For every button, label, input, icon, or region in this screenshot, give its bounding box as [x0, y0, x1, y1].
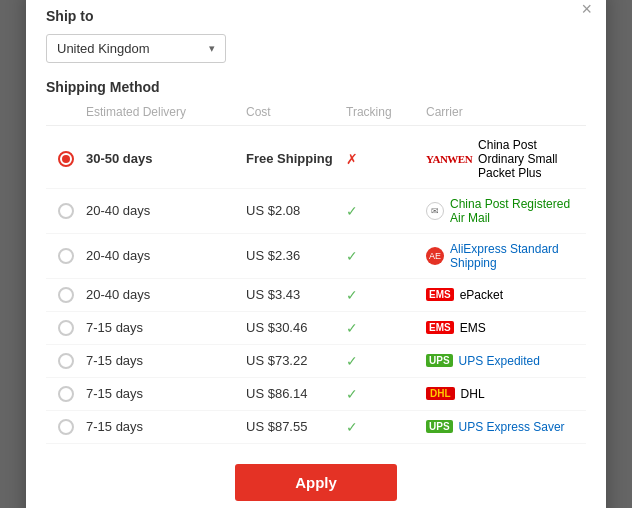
cost-col: US $2.36	[246, 248, 346, 263]
radio-button[interactable]	[58, 287, 74, 303]
carrier-logo-icon: UPS	[426, 420, 453, 433]
carrier-col: UPSUPS Express Saver	[426, 420, 586, 434]
delivery-col: 7-15 days	[86, 320, 246, 335]
table-row[interactable]: 7-15 daysUS $73.22✓UPSUPS Expedited	[46, 345, 586, 378]
carrier-col: EMSEMS	[426, 321, 586, 335]
tracking-col: ✓	[346, 287, 426, 303]
delivery-col: 7-15 days	[86, 419, 246, 434]
delivery-col: 7-15 days	[86, 353, 246, 368]
header-delivery: Estimated Delivery	[86, 105, 246, 119]
carrier-col: EMSePacket	[426, 288, 586, 302]
cost-col: US $30.46	[246, 320, 346, 335]
carrier-col: AEAliExpress Standard Shipping	[426, 242, 586, 270]
carrier-name: DHL	[461, 387, 485, 401]
carrier-logo-icon: ✉	[426, 202, 444, 220]
checkmark-icon: ✓	[346, 203, 358, 219]
radio-col	[46, 248, 86, 264]
radio-button[interactable]	[58, 248, 74, 264]
checkmark-icon: ✓	[346, 419, 358, 435]
carrier-name: UPS Express Saver	[459, 420, 565, 434]
cost-col: US $86.14	[246, 386, 346, 401]
checkmark-icon: ✓	[346, 248, 358, 264]
cross-icon: ✗	[346, 151, 358, 167]
radio-col	[46, 287, 86, 303]
carrier-col: YANWENChina Post Ordinary Small Packet P…	[426, 138, 586, 180]
radio-button[interactable]	[58, 353, 74, 369]
carrier-logo-icon: UPS	[426, 354, 453, 367]
chevron-down-icon: ▾	[209, 42, 215, 55]
checkmark-icon: ✓	[346, 287, 358, 303]
tracking-col: ✓	[346, 386, 426, 402]
close-button[interactable]: ×	[581, 0, 592, 18]
tracking-col: ✓	[346, 248, 426, 264]
delivery-col: 20-40 days	[86, 248, 246, 263]
carrier-col: ✉China Post Registered Air Mail	[426, 197, 586, 225]
table-header: Estimated Delivery Cost Tracking Carrier	[46, 105, 586, 126]
radio-button[interactable]	[58, 419, 74, 435]
carrier-name: China Post Registered Air Mail	[450, 197, 586, 225]
header-radio-col	[46, 105, 86, 119]
shipping-method-title: Shipping Method	[46, 79, 586, 95]
header-cost: Cost	[246, 105, 346, 119]
shipping-rows-container: 30-50 daysFree Shipping✗YANWENChina Post…	[46, 130, 586, 444]
checkmark-icon: ✓	[346, 386, 358, 402]
country-value: United Kingdom	[57, 41, 150, 56]
table-row[interactable]: 20-40 daysUS $3.43✓EMSePacket	[46, 279, 586, 312]
tracking-col: ✗	[346, 151, 426, 167]
carrier-logo-icon: DHL	[426, 387, 455, 400]
tracking-col: ✓	[346, 353, 426, 369]
apply-button-wrapper: Apply	[46, 464, 586, 501]
apply-button[interactable]: Apply	[235, 464, 397, 501]
table-row[interactable]: 7-15 daysUS $30.46✓EMSEMS	[46, 312, 586, 345]
radio-button[interactable]	[58, 151, 74, 167]
carrier-logo-icon: AE	[426, 247, 444, 265]
table-row[interactable]: 30-50 daysFree Shipping✗YANWENChina Post…	[46, 130, 586, 189]
radio-col	[46, 203, 86, 219]
tracking-col: ✓	[346, 320, 426, 336]
table-row[interactable]: 20-40 daysUS $2.08✓✉China Post Registere…	[46, 189, 586, 234]
radio-col	[46, 320, 86, 336]
radio-col	[46, 353, 86, 369]
delivery-col: 20-40 days	[86, 287, 246, 302]
carrier-logo-icon: EMS	[426, 321, 454, 334]
cost-col: Free Shipping	[246, 151, 346, 166]
radio-button[interactable]	[58, 203, 74, 219]
delivery-col: 20-40 days	[86, 203, 246, 218]
delivery-col: 30-50 days	[86, 151, 246, 166]
table-row[interactable]: 20-40 daysUS $2.36✓AEAliExpress Standard…	[46, 234, 586, 279]
cost-col: US $87.55	[246, 419, 346, 434]
table-row[interactable]: 7-15 daysUS $87.55✓UPSUPS Express Saver	[46, 411, 586, 444]
carrier-logo-icon: YANWEN	[426, 153, 472, 165]
radio-col	[46, 419, 86, 435]
country-dropdown[interactable]: United Kingdom ▾	[46, 34, 226, 63]
carrier-name: EMS	[460, 321, 486, 335]
cost-col: US $3.43	[246, 287, 346, 302]
header-tracking: Tracking	[346, 105, 426, 119]
radio-button[interactable]	[58, 320, 74, 336]
shipping-modal: × Ship to United Kingdom ▾ Shipping Meth…	[26, 0, 606, 508]
table-row[interactable]: 7-15 daysUS $86.14✓DHLDHL	[46, 378, 586, 411]
checkmark-icon: ✓	[346, 320, 358, 336]
radio-button[interactable]	[58, 386, 74, 402]
radio-col	[46, 151, 86, 167]
carrier-col: UPSUPS Expedited	[426, 354, 586, 368]
cost-col: US $2.08	[246, 203, 346, 218]
carrier-name: ePacket	[460, 288, 503, 302]
tracking-col: ✓	[346, 203, 426, 219]
carrier-name: AliExpress Standard Shipping	[450, 242, 586, 270]
carrier-logo-icon: EMS	[426, 288, 454, 301]
ship-to-title: Ship to	[46, 8, 586, 24]
checkmark-icon: ✓	[346, 353, 358, 369]
carrier-name: China Post Ordinary Small Packet Plus	[478, 138, 586, 180]
cost-col: US $73.22	[246, 353, 346, 368]
header-carrier: Carrier	[426, 105, 586, 119]
modal-overlay: × Ship to United Kingdom ▾ Shipping Meth…	[0, 0, 632, 508]
delivery-col: 7-15 days	[86, 386, 246, 401]
radio-col	[46, 386, 86, 402]
carrier-name: UPS Expedited	[459, 354, 540, 368]
tracking-col: ✓	[346, 419, 426, 435]
carrier-col: DHLDHL	[426, 387, 586, 401]
